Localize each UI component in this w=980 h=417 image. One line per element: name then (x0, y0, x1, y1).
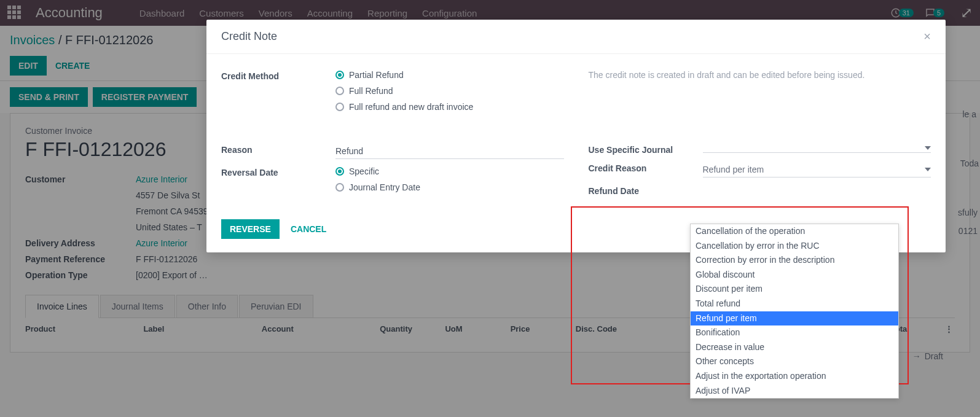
dropdown-item-selected[interactable]: Refund per item (691, 311, 898, 326)
credit-reason-select[interactable]: Refund per item (703, 162, 931, 177)
reverse-button[interactable]: REVERSE (221, 219, 280, 239)
label-refund-date: Refund Date (589, 185, 703, 196)
label-reversal-date: Reversal Date (221, 166, 335, 198)
dropdown-item[interactable]: Total refund (691, 297, 898, 311)
modal-title: Credit Note (221, 30, 277, 43)
credit-note-hint: The credit note is created in draft and … (589, 70, 931, 80)
chevron-down-icon (925, 168, 931, 171)
dropdown-item[interactable]: Cancellation by error in the RUC (691, 239, 898, 254)
credit-note-modal: Credit Note × Credit Method Partial Refu… (206, 20, 946, 252)
close-icon[interactable]: × (923, 29, 931, 44)
dropdown-item[interactable]: Discount per item (691, 282, 898, 297)
dropdown-item[interactable]: Adjust in the exportation operation (691, 369, 898, 384)
radio-journal-entry-date[interactable] (335, 183, 344, 192)
dropdown-item[interactable]: Bonification (691, 325, 898, 340)
dropdown-item[interactable]: Cancellation of the operation (691, 224, 898, 239)
label-use-journal: Use Specific Journal (589, 144, 703, 155)
radio-full-draft[interactable] (335, 103, 344, 111)
dropdown-item[interactable]: Adjust of IVAP (691, 384, 898, 399)
dropdown-item[interactable]: Global discount (691, 268, 898, 283)
reason-input[interactable] (335, 144, 564, 159)
journal-select[interactable] (703, 144, 931, 152)
chevron-down-icon (925, 146, 931, 150)
radio-specific-date[interactable] (335, 167, 344, 176)
dropdown-item[interactable]: Correction by error in the description (691, 253, 898, 268)
label-reason: Reason (221, 144, 335, 159)
dropdown-item[interactable]: Decrease in value (691, 340, 898, 355)
radio-full-refund[interactable] (335, 87, 344, 95)
dropdown-item[interactable]: Other concepts (691, 354, 898, 369)
radio-partial-refund[interactable] (335, 71, 344, 79)
label-credit-reason: Credit Reason (589, 162, 703, 177)
label-credit-method: Credit Method (221, 70, 335, 118)
credit-reason-dropdown: Cancellation of the operation Cancellati… (690, 224, 899, 399)
cancel-button[interactable]: CANCEL (288, 219, 329, 239)
